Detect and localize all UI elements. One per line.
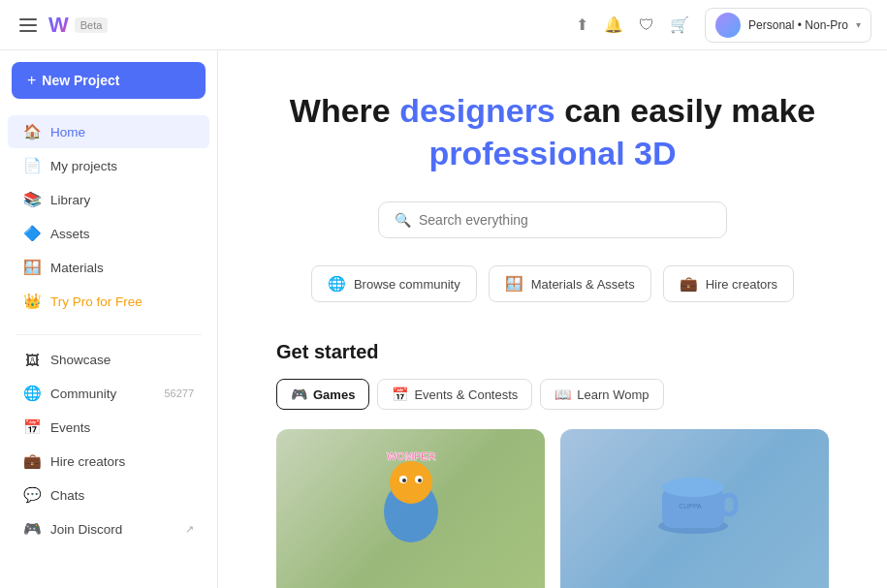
crown-icon: 👑: [23, 293, 41, 310]
sidebar-secondary-nav: 🖼 Showcase 🌐 Community 56277 📅 Events 💼 …: [0, 343, 217, 546]
sidebar-item-assets[interactable]: 🔷 Assets: [8, 217, 209, 250]
hire-icon: 💼: [23, 452, 41, 470]
sidebar-item-community[interactable]: 🌐 Community 56277: [8, 377, 209, 410]
tab-games-label: Games: [313, 387, 355, 402]
sidebar-item-showcase[interactable]: 🖼 Showcase: [8, 344, 209, 376]
tab-learn-label: Learn Womp: [577, 387, 649, 402]
materials-assets-label: Materials & Assets: [531, 277, 635, 292]
plus-icon: +: [27, 72, 36, 89]
header-left: W Beta: [16, 13, 108, 38]
card-cup[interactable]: CUPPA: [560, 429, 829, 588]
svg-rect-10: [722, 495, 736, 514]
discord-icon: 🎮: [23, 520, 41, 538]
tab-games[interactable]: 🎮 Games: [276, 379, 369, 410]
materials-assets-button[interactable]: 🪟 Materials & Assets: [489, 265, 651, 302]
card-womper[interactable]: WOMPER: [276, 429, 545, 588]
tab-events-label: Events & Contests: [414, 387, 518, 402]
library-icon: 📚: [23, 191, 41, 208]
sidebar-item-chats[interactable]: 💬 Chats: [8, 479, 209, 511]
tabs: 🎮 Games 📅 Events & Contests 📖 Learn Womp: [276, 379, 829, 410]
sidebar-item-label: Hire creators: [50, 454, 125, 469]
svg-text:WOMPER: WOMPER: [386, 450, 435, 462]
sidebar-item-label: Events: [50, 420, 90, 435]
sidebar-item-label: Home: [50, 125, 85, 139]
sidebar-item-label: My projects: [50, 159, 117, 173]
events-icon: 📅: [23, 418, 41, 436]
svg-point-9: [662, 478, 724, 497]
hire-creators-button[interactable]: 💼 Hire creators: [663, 265, 794, 302]
womper-visual: WOMPER: [276, 429, 545, 565]
sidebar-item-library[interactable]: 📚 Library: [8, 183, 209, 216]
cards-grid: WOMPER CUPPA: [276, 429, 829, 588]
sidebar-item-join-discord[interactable]: 🎮 Join Discord ↗: [8, 512, 209, 545]
hamburger-icon[interactable]: [16, 15, 41, 36]
quick-links: 🌐 Browse community 🪟 Materials & Assets …: [276, 265, 829, 302]
sidebar-divider: [16, 334, 202, 335]
sidebar-item-home[interactable]: 🏠 Home: [8, 115, 209, 148]
search-input[interactable]: [419, 212, 711, 228]
sidebar-item-label: Chats: [50, 488, 84, 503]
beta-badge: Beta: [75, 17, 109, 33]
sidebar: + New Project 🏠 Home 📄 My projects 📚 Lib…: [0, 50, 218, 588]
hero-line1-before: Where: [290, 92, 399, 129]
svg-point-1: [390, 461, 432, 504]
assets-icon: 🔷: [23, 225, 41, 242]
projects-icon: 📄: [23, 157, 41, 174]
materials-quick-icon: 🪟: [505, 275, 523, 293]
sidebar-item-label: Assets: [50, 227, 90, 241]
shield-icon[interactable]: 🛡: [639, 16, 654, 34]
events-tab-icon: 📅: [392, 387, 408, 402]
chats-icon: 💬: [23, 486, 41, 504]
avatar: [715, 13, 741, 38]
chevron-down-icon: ▾: [856, 19, 861, 30]
cup-visual: CUPPA: [560, 429, 829, 565]
search-bar[interactable]: 🔍: [378, 201, 727, 238]
sidebar-item-label: Materials: [50, 261, 104, 275]
browse-community-label: Browse community: [354, 277, 460, 292]
games-icon: 🎮: [291, 387, 307, 402]
sidebar-item-materials[interactable]: 🪟 Materials: [8, 251, 209, 284]
sidebar-item-try-pro[interactable]: 👑 Try Pro for Free: [8, 285, 209, 318]
tab-events-contests[interactable]: 📅 Events & Contests: [377, 379, 532, 410]
logo: W Beta: [48, 13, 108, 38]
search-icon: 🔍: [395, 212, 411, 228]
main-content: Where designers can easily make professi…: [218, 50, 887, 588]
learn-icon: 📖: [554, 387, 571, 402]
upload-icon[interactable]: ⬆: [576, 15, 588, 34]
community-badge: 56277: [164, 387, 194, 399]
globe-icon: 🌐: [328, 275, 346, 293]
sidebar-item-hire-creators[interactable]: 💼 Hire creators: [8, 445, 209, 478]
hero-line1-after: can easily make: [555, 92, 815, 129]
new-project-label: New Project: [42, 73, 119, 88]
tab-learn-womp[interactable]: 📖 Learn Womp: [540, 379, 663, 410]
hero-title: Where designers can easily make professi…: [276, 89, 829, 174]
sidebar-item-my-projects[interactable]: 📄 My projects: [8, 149, 209, 182]
sidebar-primary-nav: 🏠 Home 📄 My projects 📚 Library 🔷 Assets …: [0, 114, 217, 319]
home-icon: 🏠: [23, 123, 41, 140]
svg-point-4: [402, 479, 406, 482]
showcase-icon: 🖼: [23, 352, 41, 368]
header-right: ⬆ 🔔 🛡 🛒 Personal • Non-Pro ▾: [576, 8, 871, 43]
sidebar-item-label: Community: [50, 387, 116, 401]
sidebar-item-label: Showcase: [50, 353, 111, 367]
sidebar-item-label: Join Discord: [50, 522, 122, 537]
user-label: Personal • Non-Pro: [748, 18, 848, 32]
app-body: + New Project 🏠 Home 📄 My projects 📚 Lib…: [0, 50, 887, 588]
cart-icon[interactable]: 🛒: [670, 15, 689, 34]
community-icon: 🌐: [23, 385, 41, 402]
hero-highlight-3d: professional 3D: [428, 135, 676, 171]
sidebar-item-label: Try Pro for Free: [50, 294, 143, 309]
materials-icon: 🪟: [23, 259, 41, 276]
svg-text:CUPPA: CUPPA: [679, 503, 702, 510]
external-link-icon: ↗: [185, 523, 194, 536]
sidebar-item-label: Library: [50, 193, 90, 207]
new-project-button[interactable]: + New Project: [12, 62, 206, 99]
get-started-title: Get started: [276, 341, 829, 363]
top-header: W Beta ⬆ 🔔 🛡 🛒 Personal • Non-Pro ▾: [0, 0, 887, 50]
bell-icon[interactable]: 🔔: [604, 15, 623, 34]
hire-creators-label: Hire creators: [706, 277, 777, 292]
logo-icon: W: [48, 13, 69, 38]
sidebar-item-events[interactable]: 📅 Events: [8, 411, 209, 444]
user-pill[interactable]: Personal • Non-Pro ▾: [705, 8, 871, 43]
browse-community-button[interactable]: 🌐 Browse community: [311, 265, 477, 302]
